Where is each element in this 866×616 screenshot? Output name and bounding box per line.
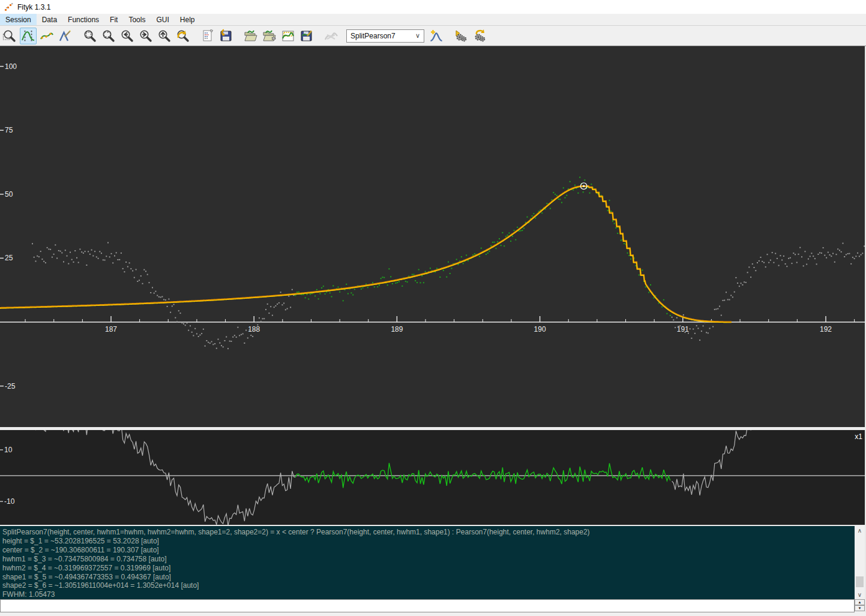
inactive-data-point (232, 336, 233, 338)
inactive-data-point (799, 247, 801, 248)
inactive-data-point (699, 339, 700, 341)
inactive-data-point (721, 315, 722, 316)
next-zoom-button[interactable] (137, 28, 154, 44)
inactive-data-point (74, 250, 76, 251)
inactive-data-point (149, 282, 150, 283)
inactive-data-point (254, 330, 255, 332)
inactive-data-point (824, 255, 825, 256)
active-data-point (523, 228, 525, 229)
menu-item-fit[interactable]: Fit (104, 14, 123, 25)
inactive-data-point (847, 253, 849, 254)
y-tick-label: 75 (5, 126, 13, 134)
active-data-point (505, 236, 507, 237)
zoom-all-button[interactable] (156, 28, 173, 44)
inactive-data-point (772, 252, 773, 253)
inactive-data-point (86, 265, 87, 266)
open-data-icon (244, 29, 258, 43)
output-line: center = $_2 = ~190.306800611 = 190.307 … (2, 546, 855, 555)
command-input[interactable] (0, 599, 855, 612)
inactive-data-point (808, 259, 809, 260)
x-tick-label: 189 (391, 325, 403, 333)
scroll-up-icon[interactable]: ∧ (855, 526, 865, 535)
script-icon (200, 29, 215, 43)
menu-item-tools[interactable]: Tools (123, 14, 151, 25)
output-scrollbar[interactable]: ∧ ∨ (855, 526, 865, 599)
active-data-point (653, 298, 654, 299)
inactive-data-point (142, 283, 143, 284)
undo-fit-button[interactable] (471, 28, 488, 44)
inactive-data-point (94, 251, 95, 252)
inactive-data-point (119, 259, 120, 260)
menu-item-session[interactable]: Session (0, 14, 37, 25)
menu-item-functions[interactable]: Functions (62, 14, 104, 25)
inactive-data-point (257, 324, 258, 326)
active-data-point (332, 286, 334, 287)
active-data-point (497, 241, 498, 242)
scroll-down-icon[interactable]: ∨ (855, 590, 865, 599)
inactive-data-point (283, 303, 284, 304)
history-spinner: ▲ ▼ (855, 599, 865, 612)
function-type-select[interactable]: SplitPearson7∨ (346, 29, 424, 43)
inactive-data-point (198, 336, 199, 337)
output-line: hwhm1 = $_3 = ~0.73475800984 = 0.734758 … (2, 555, 855, 564)
inactive-data-point (712, 326, 714, 327)
inactive-data-point (150, 292, 151, 293)
run-fit-button[interactable] (453, 28, 469, 44)
menu-item-help[interactable]: Help (175, 14, 200, 25)
inactive-data-point (270, 306, 271, 307)
active-data-point (421, 275, 422, 277)
load-data-button[interactable] (242, 28, 259, 44)
previous-zoom-button[interactable] (119, 28, 136, 44)
export-plot-button[interactable] (280, 28, 296, 44)
active-data-point (584, 179, 585, 181)
inactive-data-point (742, 284, 743, 286)
active-data-point (579, 177, 580, 178)
inactive-data-point (821, 253, 822, 254)
active-data-point (507, 235, 508, 236)
active-data-point (407, 281, 408, 283)
menu-item-gui[interactable]: GUI (151, 14, 174, 25)
undo-zoom-button[interactable] (175, 28, 191, 44)
inactive-data-point (193, 335, 194, 336)
inactive-data-point (280, 292, 281, 293)
background-mode-button[interactable] (38, 28, 55, 44)
zoom-mode-button[interactable] (1, 28, 18, 44)
inactive-data-point (185, 324, 186, 326)
menu-item-data[interactable]: Data (37, 14, 62, 25)
aux-tick-label: 10 (4, 446, 13, 454)
active-data-point (553, 192, 554, 193)
add-peak-mode-button[interactable] (57, 28, 74, 44)
scrollbar-thumb[interactable] (856, 576, 864, 587)
active-data-point (504, 245, 505, 247)
zoom-out-button[interactable] (100, 28, 117, 44)
spinner-down-icon[interactable]: ▼ (855, 605, 865, 611)
add-function-button[interactable] (428, 28, 445, 44)
output-line: shape2 = $_6 = ~1.30519611004e+014 = 1.3… (2, 581, 855, 590)
data-range-mode-button[interactable] (20, 28, 37, 44)
inactive-data-point (70, 252, 71, 253)
save-session-button[interactable] (218, 28, 235, 44)
zoom-in-button[interactable] (82, 28, 98, 44)
active-data-point (490, 245, 492, 247)
active-data-point (558, 199, 559, 200)
active-data-point (466, 255, 467, 256)
inactive-data-point (737, 283, 738, 284)
spinner-up-icon[interactable]: ▲ (855, 599, 865, 605)
active-data-point (574, 185, 576, 186)
inactive-data-point (741, 283, 742, 284)
save-data-button[interactable] (298, 28, 315, 44)
x-tick-label: 188 (248, 325, 260, 333)
edit-script-button[interactable] (199, 28, 216, 44)
inactive-data-point (229, 341, 230, 342)
load-data-custom-button[interactable] (261, 28, 278, 44)
auxiliary-plot[interactable]: 10-10x1 (0, 430, 866, 525)
active-data-point (661, 307, 663, 308)
main-plot[interactable]: 187188189190191192100755025-25 (0, 46, 866, 427)
inactive-data-point (781, 260, 783, 261)
chevron-down-icon: ∨ (415, 32, 420, 40)
inactive-data-point (147, 274, 148, 275)
inactive-data-point (745, 282, 747, 283)
inactive-data-point (60, 251, 61, 252)
inactive-data-point (187, 323, 188, 324)
inactive-data-point (823, 247, 824, 248)
